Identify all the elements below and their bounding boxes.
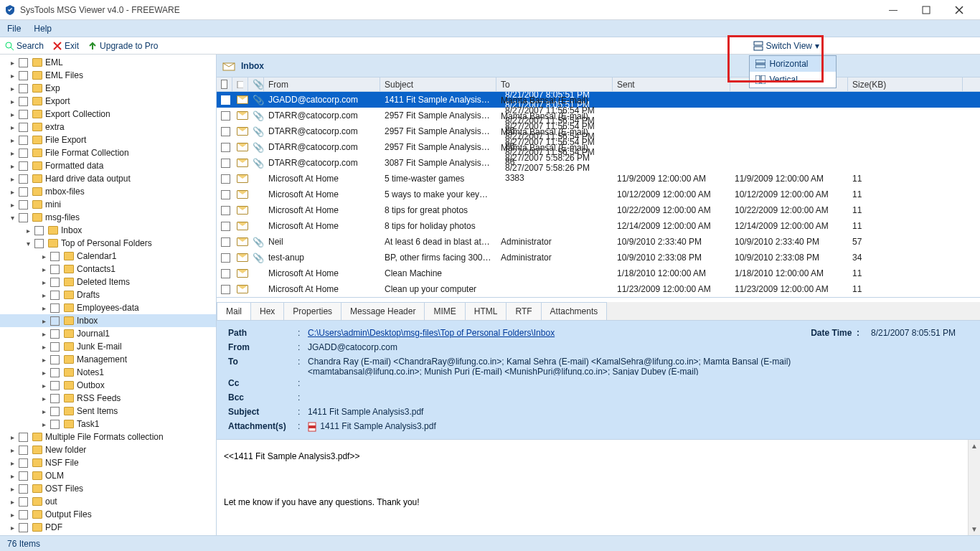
tree-twisty-icon[interactable]: ▸ [7, 458, 17, 468]
tree-checkbox[interactable] [50, 329, 60, 339]
tree-checkbox[interactable] [19, 433, 28, 442]
tree-twisty-icon[interactable]: ▸ [7, 199, 17, 209]
tree-twisty-icon[interactable]: ▸ [39, 329, 49, 339]
row-checkbox[interactable] [221, 190, 230, 199]
tree-twisty-icon[interactable]: ▸ [7, 496, 17, 507]
row-checkbox[interactable] [221, 95, 230, 105]
tree-checkbox[interactable] [34, 239, 44, 248]
tab-mail[interactable]: Mail [217, 302, 251, 320]
tree-item[interactable]: ▸Exp [0, 82, 216, 95]
tree-item[interactable]: ▸New folder [0, 443, 216, 456]
tree-twisty-icon[interactable]: ▾ [7, 212, 17, 222]
tree-item[interactable]: ▸Employees-data [0, 301, 216, 314]
tree-twisty-icon[interactable]: ▸ [7, 70, 17, 80]
tree-checkbox[interactable] [50, 394, 60, 403]
tree-checkbox[interactable] [50, 265, 60, 274]
row-checkbox[interactable] [221, 237, 230, 247]
tree-twisty-icon[interactable]: ▸ [7, 122, 17, 132]
tree-checkbox[interactable] [50, 291, 60, 300]
exit-button[interactable]: Exit [52, 41, 79, 51]
tree-twisty-icon[interactable]: ▸ [39, 303, 49, 313]
tree-checkbox[interactable] [19, 58, 28, 67]
row-checkbox[interactable] [221, 143, 230, 152]
menu-file[interactable]: File [7, 24, 21, 34]
tree-twisty-icon[interactable]: ▸ [39, 290, 49, 300]
tree-item[interactable]: ▸Notes1 [0, 366, 216, 379]
tree-checkbox[interactable] [50, 368, 60, 377]
tree-checkbox[interactable] [19, 110, 28, 119]
tree-item[interactable]: ▸EML [0, 56, 216, 69]
message-row[interactable]: Microsoft At HomeClean Machine1/18/2010 … [217, 265, 980, 281]
tree-checkbox[interactable] [19, 497, 28, 507]
message-row[interactable]: 📎DTARR@catocorp.com3087 Fit Sample Analy… [217, 155, 980, 171]
tree-checkbox[interactable] [19, 484, 28, 494]
tree-twisty-icon[interactable]: ▸ [23, 225, 33, 235]
tree-checkbox[interactable] [34, 226, 44, 235]
tree-twisty-icon[interactable]: ▸ [7, 148, 17, 158]
tree-checkbox[interactable] [19, 123, 28, 132]
tree-checkbox[interactable] [50, 381, 60, 390]
tree-item[interactable]: ▸Inbox [0, 314, 216, 327]
message-list[interactable]: 📎JGADD@catocorp.com1411 Fit Sample Analy… [217, 92, 980, 298]
tree-item[interactable]: ▸PDF [0, 521, 216, 534]
tree-item[interactable]: ▸Deleted Items [0, 276, 216, 288]
maximize-button[interactable] [910, 0, 943, 20]
tab-message-header[interactable]: Message Header [341, 302, 425, 320]
message-row[interactable]: 📎NeilAt least 6 dead in blast at Ch...Ad… [217, 234, 980, 250]
tree-item[interactable]: ▸Contacts1 [0, 263, 216, 276]
tree-checkbox[interactable] [19, 471, 28, 481]
tree-checkbox[interactable] [19, 149, 28, 158]
col-subject[interactable]: Subject [380, 77, 496, 91]
tree-item[interactable]: ▸Export [0, 95, 216, 108]
close-button[interactable] [943, 0, 976, 20]
tree-item[interactable]: ▸Hard drive data output [0, 172, 216, 185]
tree-twisty-icon[interactable]: ▸ [7, 471, 17, 481]
tree-twisty-icon[interactable]: ▸ [39, 367, 49, 377]
tree-checkbox[interactable] [19, 458, 28, 468]
tree-item[interactable]: ▸Export Collection [0, 108, 216, 121]
message-row[interactable]: Microsoft At HomeClean up your computer1… [217, 281, 980, 297]
scroll-up-icon[interactable]: ▲ [969, 440, 980, 452]
minimize-button[interactable]: ― [877, 0, 910, 20]
tree-twisty-icon[interactable]: ▸ [39, 251, 49, 261]
tree-item[interactable]: ▸File Format Collection [0, 146, 216, 159]
tree-item[interactable]: ▸mbox-files [0, 185, 216, 198]
tree-item[interactable]: ▸Journal1 [0, 327, 216, 340]
tree-twisty-icon[interactable]: ▸ [39, 393, 49, 403]
message-row[interactable]: 📎test-anupBP, other firms facing 300 la.… [217, 250, 980, 265]
tree-item[interactable]: ▸EML Files [0, 69, 216, 82]
tree-item[interactable]: ▸Task1 [0, 418, 216, 430]
tree-item[interactable]: ▸Sent Items [0, 405, 216, 418]
row-checkbox[interactable] [221, 253, 230, 263]
tree-twisty-icon[interactable]: ▸ [7, 522, 17, 532]
tab-rtf[interactable]: RTF [506, 302, 541, 320]
tree-twisty-icon[interactable]: ▸ [39, 264, 49, 274]
tree-checkbox[interactable] [19, 161, 28, 171]
tree-checkbox[interactable] [50, 278, 60, 287]
tab-html[interactable]: HTML [465, 302, 507, 320]
tree-checkbox[interactable] [19, 97, 28, 106]
tree-twisty-icon[interactable]: ▸ [7, 445, 17, 455]
attachment-value[interactable]: 1411 Fit Sample Analysis3.pdf [320, 421, 435, 431]
path-value[interactable]: C:\Users\admin\Desktop\msg-files\Top of … [308, 328, 555, 338]
tree-twisty-icon[interactable]: ▸ [39, 316, 49, 326]
message-row[interactable]: Microsoft At Home5 ways to make your key… [217, 187, 980, 202]
tree-checkbox[interactable] [50, 252, 60, 261]
tree-item[interactable]: ▸File Export [0, 133, 216, 146]
tree-twisty-icon[interactable]: ▸ [7, 432, 17, 442]
switch-view-horizontal[interactable]: Horizontal [750, 56, 836, 72]
tree-twisty-icon[interactable]: ▸ [7, 96, 17, 106]
row-checkbox[interactable] [221, 206, 230, 215]
row-checkbox[interactable] [221, 285, 230, 294]
tree-twisty-icon[interactable]: ▸ [7, 135, 17, 145]
tree-checkbox[interactable] [19, 523, 28, 532]
tree-checkbox[interactable] [50, 303, 60, 313]
tree-item[interactable]: ▸OST Files [0, 482, 216, 495]
col-sent[interactable]: Sent [613, 77, 730, 91]
col-attachment[interactable]: 📎 [248, 77, 264, 91]
message-row[interactable]: Microsoft At Home8 tips for great photos… [217, 202, 980, 218]
tree-checkbox[interactable] [50, 316, 60, 326]
col-from[interactable]: From [264, 77, 380, 91]
tab-properties[interactable]: Properties [283, 302, 341, 320]
col-to[interactable]: To [496, 77, 613, 91]
